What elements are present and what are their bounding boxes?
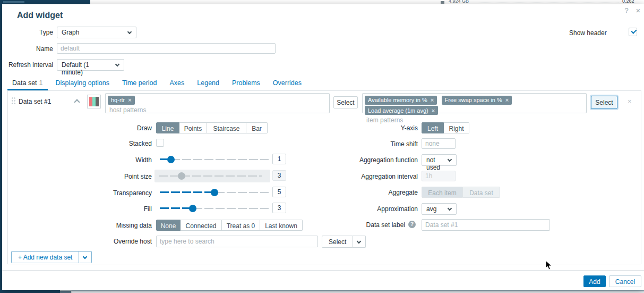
chip-remove-icon[interactable]: × xyxy=(505,97,509,103)
tab-displaying-options[interactable]: Displaying options xyxy=(51,77,114,90)
aggregation-interval-label: Aggregation interval xyxy=(8,173,418,180)
time-shift-label: Time shift xyxy=(8,140,418,148)
name-input[interactable] xyxy=(57,43,276,54)
chip-remove-icon[interactable]: × xyxy=(432,107,435,114)
tab-axes[interactable]: Axes xyxy=(165,77,190,90)
background-page-bottom xyxy=(0,290,644,293)
override-host-select-button[interactable]: Select xyxy=(322,236,353,248)
aggregate-label: Aggregate xyxy=(8,189,418,196)
background-time-text: 0.262 xyxy=(622,0,634,4)
override-host-input[interactable] xyxy=(156,236,318,247)
background-sidebar-mark xyxy=(3,1,24,3)
data-set-label-label: Data set label xyxy=(8,221,405,229)
chip-remove-icon[interactable]: × xyxy=(128,97,131,103)
aggregation-function-select[interactable]: not used xyxy=(422,154,457,166)
host-patterns-placeholder: host patterns xyxy=(108,105,327,114)
type-label: Type xyxy=(2,29,53,36)
tab-data-set[interactable]: Data set1 xyxy=(7,77,48,90)
show-header-checkbox[interactable] xyxy=(629,28,637,36)
help-icon[interactable]: ? xyxy=(622,6,631,15)
chevron-down-icon xyxy=(127,30,132,34)
chevron-down-icon xyxy=(448,206,452,211)
chip-remove-icon[interactable]: × xyxy=(431,97,434,103)
background-size-text: 4.924 GB xyxy=(449,0,469,4)
aggregation-function-label: Aggregation function xyxy=(8,156,418,164)
item-chip: Available memory in %× xyxy=(365,96,437,105)
tab-data-set-count: 1 xyxy=(39,79,43,87)
drag-handle-icon[interactable] xyxy=(11,97,16,105)
aggregation-function-value: not used xyxy=(426,156,440,171)
background-sidebar-bottom xyxy=(0,290,60,293)
plus-icon: + xyxy=(18,254,23,261)
background-dotted-leader xyxy=(478,3,619,3)
background-sidebar xyxy=(0,0,90,4)
add-new-data-set-button[interactable]: + Add new data set xyxy=(11,251,79,263)
footer-divider xyxy=(2,270,644,271)
refresh-interval-label: Refresh interval xyxy=(2,61,53,69)
add-new-data-set-dropdown[interactable] xyxy=(79,251,92,263)
item-chip: Free swap space in %× xyxy=(442,96,512,105)
chevron-down-icon xyxy=(115,62,119,66)
aggregate-segmented: Each item Data set xyxy=(422,187,500,198)
swatch-gray xyxy=(96,97,99,106)
tab-overrides[interactable]: Overrides xyxy=(268,77,306,90)
approximation-value: avg xyxy=(426,205,436,213)
chevron-down-icon xyxy=(448,157,452,162)
override-host-select-dropdown[interactable] xyxy=(353,236,366,248)
collapse-chevron-up-icon[interactable] xyxy=(74,99,80,105)
time-shift-input[interactable] xyxy=(422,138,456,149)
add-new-data-set-split: + Add new data set xyxy=(11,251,92,263)
y-axis-label: Y-axis xyxy=(8,124,418,132)
cancel-button[interactable]: Cancel xyxy=(609,275,641,287)
host-patterns-field[interactable]: hq-rtr× host patterns xyxy=(105,93,330,113)
remove-data-set-icon[interactable]: × xyxy=(628,97,632,105)
add-widget-dialog: Add widget ? × Type Graph Name Refresh i… xyxy=(2,4,644,290)
approximation-select[interactable]: avg xyxy=(422,203,457,215)
close-icon[interactable]: × xyxy=(634,6,642,14)
type-select[interactable]: Graph xyxy=(57,27,136,38)
data-set-label-input[interactable] xyxy=(422,219,550,231)
aggregate-each-item-button: Each item xyxy=(422,187,463,198)
y-axis-segmented: Left Right xyxy=(422,122,469,133)
tab-problems[interactable]: Problems xyxy=(227,77,265,90)
background-page-top: 4.924 GB 0.262 xyxy=(0,0,644,4)
refresh-interval-select[interactable]: Default (1 minute) xyxy=(57,59,124,71)
item-patterns-field[interactable]: Available memory in %× Free swap space i… xyxy=(362,93,587,113)
item-chip: Load average (1m avg)× xyxy=(365,106,438,115)
data-set-name: Data set #1 xyxy=(19,98,51,105)
name-label: Name xyxy=(2,45,53,53)
chevron-down-icon xyxy=(83,255,87,259)
approximation-label: Approximation xyxy=(8,205,418,213)
tab-legend[interactable]: Legend xyxy=(192,77,224,90)
show-header-label: Show header xyxy=(569,29,607,37)
item-select-button[interactable]: Select xyxy=(591,96,617,109)
host-select-button[interactable]: Select xyxy=(333,96,358,108)
refresh-interval-value: Default (1 minute) xyxy=(62,61,89,76)
dialog-title: Add widget xyxy=(17,11,63,20)
aggregation-interval-input xyxy=(422,171,456,181)
item-patterns-placeholder: item patterns xyxy=(365,115,584,124)
background-bottom-border xyxy=(72,290,644,291)
tab-time-period[interactable]: Time period xyxy=(117,77,162,90)
aggregate-data-set-button: Data set xyxy=(463,187,500,198)
override-host-select-split: Select xyxy=(322,236,366,248)
background-bottom-segment xyxy=(60,290,72,293)
add-button[interactable]: Add xyxy=(583,275,606,287)
y-axis-right-button[interactable]: Right xyxy=(444,122,469,133)
host-chip: hq-rtr× xyxy=(108,96,135,105)
color-palette-swatch[interactable] xyxy=(87,95,101,108)
help-circle-icon[interactable]: ? xyxy=(408,221,416,228)
y-axis-left-button[interactable]: Left xyxy=(422,122,444,133)
type-select-value: Graph xyxy=(62,29,79,36)
data-set-panel: Data set #1 hq-rtr× host patterns Select… xyxy=(7,90,641,264)
background-host-icon xyxy=(441,1,444,4)
override-host-label: Override host xyxy=(8,238,152,245)
chevron-down-icon xyxy=(357,239,361,244)
dialog-tabs: Data set1 Displaying options Time period… xyxy=(7,76,310,90)
